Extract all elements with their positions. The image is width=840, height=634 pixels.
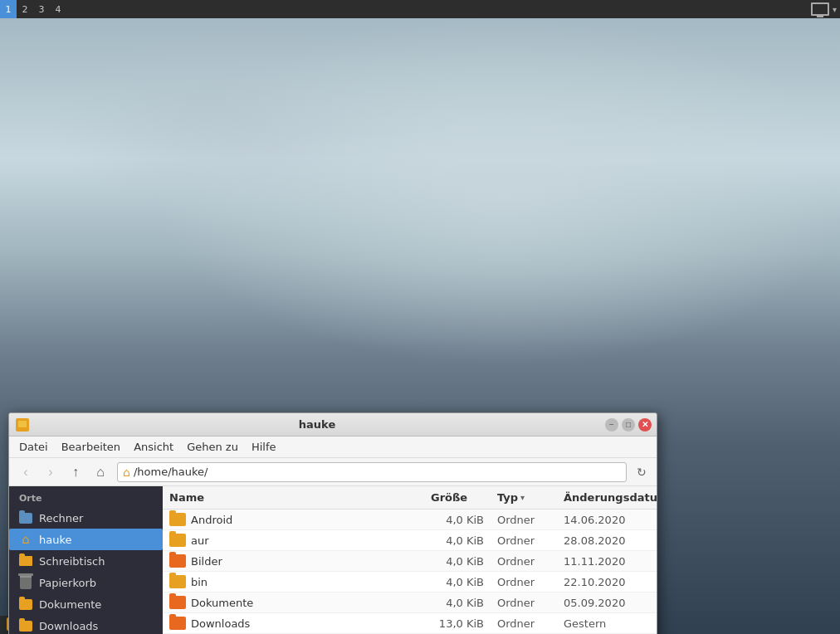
folder-icon-downloads [169,617,186,630]
file-size-aur: 4,0 KiB [424,531,491,550]
close-button[interactable]: ✕ [638,418,652,432]
sidebar-label-schreibtisch: Schreibtisch [39,555,105,568]
table-row[interactable]: aur 4,0 KiB Ordner 28.08.2020 [163,530,657,551]
table-row[interactable]: Downloads 13,0 KiB Ordner Gestern [163,613,657,634]
menu-datei[interactable]: Datei [12,438,55,456]
minimize-button[interactable]: − [605,418,618,432]
file-date-android: 14.06.2020 [557,510,657,529]
sidebar: Orte Rechner ⌂ hauke Schreib [9,486,163,634]
window-controls: − □ ✕ [605,418,652,432]
file-date-bilder: 11.11.2020 [557,552,657,571]
up-button[interactable]: ↑ [64,461,87,484]
sidebar-item-rechner[interactable]: Rechner [9,507,163,529]
main-area: Orte Rechner ⌂ hauke Schreib [9,486,657,634]
workspace-2[interactable]: 2 [17,0,33,18]
file-type-aur: Ordner [491,531,557,550]
file-name-bilder: Bilder [163,551,424,571]
workspace-4[interactable]: 4 [50,0,66,18]
menu-hilfe[interactable]: Hilfe [245,438,283,456]
workspace-1[interactable]: 1 [0,0,17,18]
col-header-type[interactable]: Typ ▾ [491,490,557,505]
workspace-3[interactable]: 3 [33,0,50,18]
address-text: /home/hauke/ [134,466,621,478]
address-bar[interactable]: ⌂ /home/hauke/ [117,462,627,482]
sidebar-label-rechner: Rechner [39,512,83,524]
hauke-icon: ⌂ [19,533,32,546]
col-header-size[interactable]: Größe [424,490,491,505]
maximize-button[interactable]: □ [622,418,635,432]
dokumente-sidebar-icon [19,597,32,611]
file-type-downloads: Ordner [491,614,557,633]
table-row[interactable]: bin 4,0 KiB Ordner 22.10.2020 [163,572,657,593]
window-icon [16,418,29,432]
menu-ansicht[interactable]: Ansicht [127,438,180,456]
downloads-sidebar-icon [19,619,32,632]
file-name-bin: bin [163,572,424,592]
address-home-icon: ⌂ [123,466,130,479]
taskbar-right: ▾ [811,2,840,16]
back-button[interactable]: ‹ [14,461,37,484]
col-header-name[interactable]: Name [163,490,424,505]
sidebar-item-dokumente[interactable]: Dokumente [9,593,163,615]
sidebar-item-papierkorb[interactable]: Papierkorb [9,572,163,593]
file-list-header: Name Größe Typ ▾ Änderungsdatum [163,486,657,510]
table-row[interactable]: Bilder 4,0 KiB Ordner 11.11.2020 [163,551,657,572]
sidebar-label-hauke: hauke [39,534,72,546]
table-row[interactable]: Android 4,0 KiB Ordner 14.06.2020 [163,510,657,530]
sidebar-item-hauke[interactable]: ⌂ hauke [9,529,163,550]
file-name-downloads: Downloads [163,613,424,633]
papierkorb-icon [19,576,32,589]
home-button[interactable]: ⌂ [89,461,112,484]
menu-bearbeiten[interactable]: Bearbeiten [55,438,127,456]
folder-icon-dokumente [169,596,186,609]
table-row[interactable]: Dokumente 4,0 KiB Ordner 05.09.2020 [163,593,657,613]
menu-bar: Datei Bearbeiten Ansicht Gehen zu Hilfe [9,436,657,458]
folder-icon-bin [169,575,186,588]
file-size-dokumente: 4,0 KiB [424,593,491,612]
sidebar-item-downloads[interactable]: Downloads [9,615,163,634]
forward-button[interactable]: › [39,461,62,484]
file-name-dokumente: Dokumente [163,593,424,612]
window-title: hauke [29,418,605,431]
folder-icon-bilder [169,554,186,568]
file-date-downloads: Gestern [557,614,657,633]
file-manager-window: hauke − □ ✕ Datei Bearbeiten Ansicht Geh… [8,412,657,634]
menu-gehen-zu[interactable]: Gehen zu [180,438,245,456]
file-size-downloads: 13,0 KiB [424,614,491,633]
monitor-icon [811,2,829,16]
file-size-android: 4,0 KiB [424,510,491,529]
file-size-bilder: 4,0 KiB [424,552,491,571]
file-size-bin: 4,0 KiB [424,573,491,592]
folder-icon-android [169,513,186,526]
folder-icon-aur [169,534,186,547]
taskbar: 1 2 3 4 ▾ [0,0,840,18]
sidebar-label-papierkorb: Papierkorb [39,577,96,589]
title-bar: hauke − □ ✕ [9,413,657,436]
workspace-switcher: 1 2 3 4 [0,0,66,18]
file-date-bin: 22.10.2020 [557,573,657,592]
sidebar-label-downloads: Downloads [39,620,98,632]
col-header-date[interactable]: Änderungsdatum [557,490,657,505]
refresh-button[interactable]: ↻ [632,462,652,482]
rechner-icon [19,511,32,524]
file-name-android: Android [163,510,424,529]
schreibtisch-icon [19,554,32,568]
file-type-dokumente: Ordner [491,593,557,612]
toolbar: ‹ › ↑ ⌂ ⌂ /home/hauke/ ↻ [9,458,657,486]
sidebar-section-orte: Orte [9,486,163,507]
file-name-aur: aur [163,530,424,550]
file-date-dokumente: 05.09.2020 [557,593,657,612]
file-date-aur: 28.08.2020 [557,531,657,550]
file-type-bin: Ordner [491,573,557,592]
file-type-android: Ordner [491,510,557,529]
sidebar-item-schreibtisch[interactable]: Schreibtisch [9,550,163,572]
taskbar-dropdown-arrow[interactable]: ▾ [833,5,837,14]
sidebar-label-dokumente: Dokumente [39,598,101,611]
file-type-bilder: Ordner [491,552,557,571]
file-list: Name Größe Typ ▾ Änderungsdatum [163,486,657,634]
